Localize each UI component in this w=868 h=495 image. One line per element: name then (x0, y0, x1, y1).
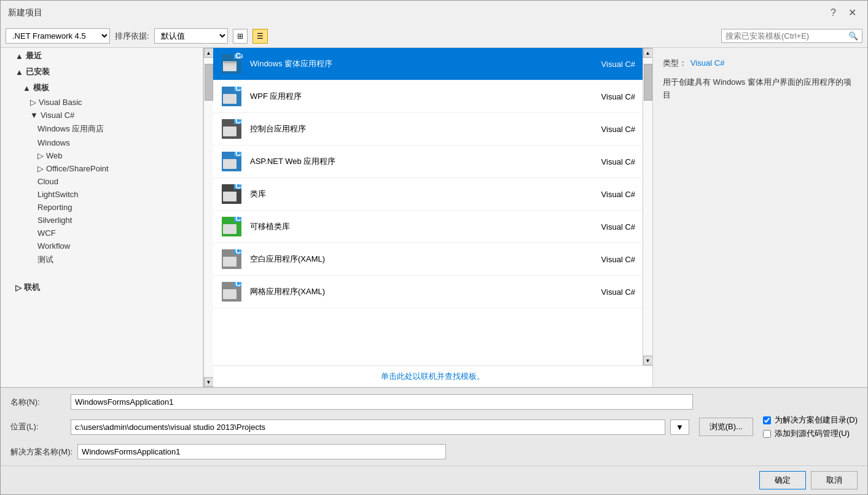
template-name: 网格应用程序(XAML) (250, 286, 579, 297)
sidebar-item-wcf[interactable]: WCF (1, 227, 203, 240)
sidebar-item-test[interactable]: 测试 (1, 252, 203, 267)
type-description: 用于创建具有 Windows 窗体用户界面的应用程序的项目 (663, 76, 858, 102)
template-name: WPF 应用程序 (250, 91, 579, 102)
template-lang: Visual C# (586, 190, 635, 199)
template-name: 可移植类库 (250, 221, 579, 232)
sidebar-item-installed[interactable]: ▲ 已安装 (1, 64, 203, 80)
help-button[interactable]: ? (827, 6, 840, 20)
add-source-label[interactable]: 添加到源代码管理(U) (775, 428, 850, 439)
svg-rect-18 (223, 159, 237, 169)
sidebar-item-reporting[interactable]: Reporting (1, 201, 203, 214)
type-row: 类型： Visual C# (663, 58, 858, 69)
solution-label: 解决方案名称(M): (10, 446, 72, 458)
grid-view-button[interactable]: ⊞ (233, 29, 248, 44)
templates-scroll-down[interactable]: ▼ (643, 356, 653, 365)
triangle-installed-icon: ▲ (15, 68, 23, 77)
svg-text:C#: C# (235, 183, 243, 190)
sidebar-item-office-sharepoint[interactable]: ▷ Office/SharePoint (1, 162, 203, 175)
sidebar-item-windows-store[interactable]: Windows 应用商店 (1, 122, 203, 136)
sidebar-item-windows[interactable]: Windows (1, 136, 203, 149)
name-label: 名称(N): (10, 397, 66, 408)
sidebar: ▲ 最近 ▲ 已安装 ▲ 模板 ▷ Visual Basic ▼ Visual … (1, 48, 203, 387)
template-name: 空白应用程序(XAML) (250, 254, 579, 265)
svg-rect-6 (224, 65, 236, 66)
sidebar-item-lightswitch[interactable]: LightSwitch (1, 188, 203, 201)
template-lang: Visual C# (586, 287, 635, 297)
sort-select[interactable]: 默认值 (154, 28, 228, 44)
sidebar-item-templates[interactable]: ▲ 模板 (1, 80, 203, 96)
template-item[interactable]: C# 空白应用程序(XAML)Visual C# (213, 243, 643, 276)
solution-input[interactable] (77, 444, 446, 459)
template-item[interactable]: C# ASP.NET Web 应用程序Visual C# (213, 146, 643, 178)
sidebar-item-online[interactable]: ▷ 联机 (1, 279, 203, 295)
add-source-checkbox[interactable] (763, 430, 771, 438)
toolbar: .NET Framework 4.5 排序依据: 默认值 ⊞ ☰ 🔍 (1, 25, 867, 48)
sidebar-scroll-thumb[interactable] (205, 64, 213, 101)
templates-list: C# Windows 窗体应用程序Visual C# C# WPF 应用程序Vi… (213, 48, 643, 365)
collapse-cs-icon: ▼ (30, 111, 38, 120)
create-dir-label[interactable]: 为解决方案创建目录(D) (775, 415, 858, 426)
template-icon: C# (221, 53, 243, 75)
svg-rect-14 (223, 127, 237, 136)
template-item[interactable]: C# 类库Visual C# (213, 178, 643, 211)
sidebar-item-cloud[interactable]: Cloud (1, 175, 203, 188)
solution-row: 解决方案名称(M): (10, 444, 858, 459)
template-item[interactable]: C# 可移植类库Visual C# (213, 211, 643, 243)
new-project-dialog: 新建项目 ? ✕ .NET Framework 4.5 排序依据: 默认值 ⊞ … (0, 0, 868, 495)
template-item[interactable]: C# 控制台应用程序Visual C# (213, 113, 643, 146)
cancel-button[interactable]: 取消 (811, 471, 858, 489)
title-controls: ? ✕ (827, 6, 860, 20)
sidebar-scroll-down[interactable]: ▼ (204, 377, 214, 387)
svg-rect-30 (223, 257, 237, 267)
main-area: ▲ 最近 ▲ 已安装 ▲ 模板 ▷ Visual Basic ▼ Visual … (1, 48, 867, 387)
sidebar-scrollbar: ▲ ▼ (203, 48, 213, 387)
template-item[interactable]: C# WPF 应用程序Visual C# (213, 80, 643, 113)
sidebar-item-visual-cs[interactable]: ▼ Visual C# (1, 109, 203, 122)
triangle-recent-icon: ▲ (15, 52, 23, 61)
close-button[interactable]: ✕ (845, 6, 860, 20)
template-icon: C# (221, 150, 243, 173)
search-input[interactable] (722, 29, 845, 42)
triangle-templates-icon: ▲ (23, 84, 31, 93)
expand-office-icon: ▷ (37, 164, 44, 173)
dialog-title: 新建项目 (8, 7, 42, 18)
search-icon-button[interactable]: 🔍 (845, 29, 862, 42)
title-bar: 新建项目 ? ✕ (1, 1, 867, 25)
location-input[interactable] (71, 419, 665, 435)
templates-scrollbar: ▲ ▼ (643, 48, 652, 365)
create-dir-row: 为解决方案创建目录(D) (763, 415, 858, 426)
bottom-buttons: 确定 取消 (1, 466, 867, 494)
svg-rect-4 (224, 62, 236, 63)
online-link[interactable]: 单击此处以联机并查找模板。 (381, 372, 485, 381)
templates-scroll-thumb[interactable] (644, 64, 652, 101)
bottom-area: 名称(N): 位置(L): ▼ 浏览(B)... 为解决方案创建目录(D) 添加… (1, 387, 867, 494)
create-dir-checkbox[interactable] (763, 416, 771, 424)
sort-label: 排序依据: (115, 31, 149, 42)
sidebar-item-recent[interactable]: ▲ 最近 (1, 48, 203, 64)
template-icon: C# (221, 281, 243, 303)
sidebar-item-silverlight[interactable]: Silverlight (1, 214, 203, 227)
templates-scroll-up[interactable]: ▲ (643, 48, 653, 58)
template-name: ASP.NET Web 应用程序 (250, 156, 579, 167)
add-source-row: 添加到源代码管理(U) (763, 428, 858, 439)
template-name: Windows 窗体应用程序 (250, 58, 579, 69)
svg-text:C#: C# (235, 248, 243, 255)
sidebar-item-workflow[interactable]: Workflow (1, 240, 203, 252)
list-view-button[interactable]: ☰ (252, 29, 268, 44)
template-lang: Visual C# (586, 222, 635, 232)
svg-rect-22 (223, 192, 237, 201)
template-icon: C# (221, 85, 243, 107)
framework-select[interactable]: .NET Framework 4.5 (6, 28, 110, 44)
template-item[interactable]: C# Windows 窗体应用程序Visual C# (213, 48, 643, 80)
online-link-area: 单击此处以联机并查找模板。 (213, 365, 652, 387)
expand-web-icon: ▷ (37, 151, 44, 160)
svg-text:C#: C# (235, 85, 243, 93)
sidebar-item-visual-basic[interactable]: ▷ Visual Basic (1, 96, 203, 109)
sidebar-scroll-up[interactable]: ▲ (204, 48, 214, 58)
template-item[interactable]: C# 网格应用程序(XAML)Visual C# (213, 276, 643, 308)
sidebar-item-web[interactable]: ▷ Web (1, 149, 203, 162)
location-dropdown-button[interactable]: ▼ (670, 419, 689, 435)
ok-button[interactable]: 确定 (759, 471, 806, 489)
browse-button[interactable]: 浏览(B)... (699, 418, 753, 436)
name-input[interactable] (71, 394, 693, 410)
